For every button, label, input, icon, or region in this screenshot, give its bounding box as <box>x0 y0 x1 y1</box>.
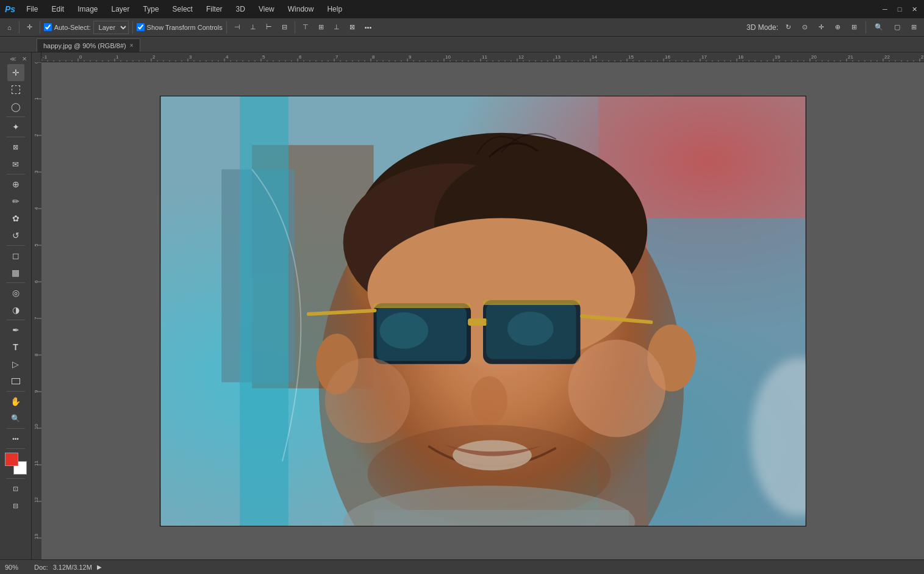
shape-tool[interactable] <box>7 373 24 390</box>
maximize-button[interactable]: □ <box>895 4 904 14</box>
history-brush-tool[interactable]: ↺ <box>7 227 24 244</box>
eraser-tool[interactable]: ◻ <box>7 247 24 264</box>
menu-filter[interactable]: Filter <box>204 4 225 15</box>
layer-select[interactable]: Layer <box>93 21 129 34</box>
distribute-v-button[interactable]: ⊠ <box>346 20 359 35</box>
3d-rotate-button[interactable]: ↻ <box>782 20 795 35</box>
eraser-icon: ◻ <box>12 251 20 260</box>
3d-slide-button[interactable]: ⊕ <box>831 20 844 35</box>
toolbar-separator-3 <box>132 21 133 34</box>
ruler-left-canvas <box>32 62 41 559</box>
menu-layer[interactable]: Layer <box>109 4 132 15</box>
more-options-button[interactable]: ••• <box>361 20 376 35</box>
menu-file[interactable]: File <box>24 4 40 15</box>
align-left-button[interactable]: ⊣ <box>231 20 244 35</box>
dodge-tool[interactable]: ◑ <box>7 301 24 318</box>
align-right-button[interactable]: ⊢ <box>262 20 276 35</box>
toolbar-separator-1 <box>19 21 20 34</box>
panel-options-button[interactable]: ✕ <box>20 55 29 63</box>
color-swatches[interactable] <box>5 453 27 475</box>
auto-select-checkbox[interactable]: Auto-Select: <box>44 23 91 31</box>
magic-wand-icon: ✦ <box>12 122 20 132</box>
menu-window[interactable]: Window <box>285 4 317 15</box>
view-extras-button[interactable]: ▢ <box>890 20 904 35</box>
menu-type[interactable]: Type <box>141 4 162 15</box>
align-top-button[interactable]: ⊤ <box>299 20 312 35</box>
menu-view[interactable]: View <box>256 4 277 15</box>
menu-select[interactable]: Select <box>170 4 195 15</box>
hand-tool[interactable]: ✋ <box>7 393 24 410</box>
marquee-tool[interactable] <box>7 81 24 98</box>
canvas-container[interactable] <box>41 62 924 559</box>
move-icon: ✛ <box>27 23 32 31</box>
blur-tool[interactable]: ◎ <box>7 284 24 301</box>
3d-scale-button[interactable]: ⊞ <box>848 20 861 35</box>
crop-tool[interactable]: ⊠ <box>7 138 24 156</box>
gradient-tool[interactable]: ▦ <box>7 264 24 281</box>
show-transform-checkbox[interactable]: Show Transform Controls <box>137 23 223 31</box>
status-doc-size: 3.12M/3.12M <box>53 564 92 571</box>
path-select-tool[interactable]: ▷ <box>7 356 24 373</box>
show-transform-label: Show Transform Controls <box>147 24 223 31</box>
menu-image[interactable]: Image <box>75 4 100 15</box>
eyedropper-tool[interactable]: ✉ <box>7 156 24 173</box>
move-tool[interactable]: ✛ <box>7 64 24 81</box>
pen-tool[interactable]: ✒ <box>7 321 24 339</box>
document-tab[interactable]: happy.jpg @ 90% (RGB/8#) × <box>37 38 140 52</box>
foreground-color-swatch[interactable] <box>5 453 18 466</box>
status-arrow[interactable]: ▶ <box>97 564 102 570</box>
tool-separator-3 <box>7 174 25 174</box>
zoom-tool[interactable]: 🔍 <box>7 410 24 427</box>
clone-stamp-icon: ✿ <box>12 213 20 223</box>
tool-separator-10 <box>7 478 25 479</box>
move-tool-button[interactable]: ✛ <box>23 20 36 35</box>
svg-point-33 <box>568 339 665 437</box>
menu-3d[interactable]: 3D <box>234 4 248 15</box>
3d-roll-button[interactable]: ⊙ <box>798 20 811 35</box>
view-icon: ▢ <box>894 23 900 31</box>
magic-wand-tool[interactable]: ✦ <box>7 118 24 135</box>
panel-collapse-button[interactable]: ≪ <box>8 55 18 63</box>
marquee-icon <box>12 85 20 94</box>
align-center-v-button[interactable]: ⊞ <box>315 20 328 35</box>
hand-icon: ✋ <box>10 396 21 406</box>
3d-pan-button[interactable]: ✛ <box>815 20 828 35</box>
search-button[interactable]: 🔍 <box>871 20 887 35</box>
healing-brush-tool[interactable]: ⊕ <box>7 176 24 193</box>
menu-edit[interactable]: Edit <box>49 4 66 15</box>
svg-rect-26 <box>373 303 471 308</box>
status-bar: 90% Doc: 3.12M/3.12M ▶ <box>0 559 924 574</box>
brush-tool[interactable]: ✏ <box>7 193 24 210</box>
close-window-button[interactable]: ✕ <box>909 4 919 14</box>
quick-mask-icon: ⊡ <box>13 485 18 493</box>
home-button[interactable]: ⌂ <box>4 20 15 35</box>
arrange-icon: ⊞ <box>911 23 917 31</box>
zoom-icon: 🔍 <box>11 414 20 423</box>
show-transform-input[interactable] <box>137 23 145 31</box>
minimize-button[interactable]: ─ <box>880 4 890 14</box>
more-tools-icon: ••• <box>12 436 19 442</box>
dodge-icon: ◑ <box>12 305 20 315</box>
type-tool[interactable]: T <box>7 339 24 356</box>
history-brush-icon: ↺ <box>12 231 20 240</box>
align-center-h-button[interactable]: ⊥ <box>246 20 260 35</box>
clone-stamp-tool[interactable]: ✿ <box>7 210 24 227</box>
align-bottom-button[interactable]: ⊥ <box>330 20 343 35</box>
lasso-tool[interactable]: ◯ <box>7 98 24 115</box>
auto-select-input[interactable] <box>44 23 52 31</box>
arrange-button[interactable]: ⊞ <box>908 20 920 35</box>
screen-mode-button[interactable]: ⊟ <box>7 497 24 514</box>
svg-point-30 <box>471 376 507 425</box>
status-doc-label: Doc: <box>34 564 48 571</box>
canvas-area: // Inline SVG ruler via JS below <box>32 52 924 559</box>
toolbar-separator-2 <box>40 21 40 34</box>
tool-separator-8 <box>7 428 25 429</box>
quick-mask-button[interactable]: ⊡ <box>7 480 24 497</box>
distribute-h-button[interactable]: ⊟ <box>278 20 291 35</box>
toolbar-separator-5 <box>295 21 295 34</box>
document-tab-close[interactable]: × <box>130 42 134 49</box>
more-tools[interactable]: ••• <box>7 430 24 447</box>
document-tabs: happy.jpg @ 90% (RGB/8#) × <box>0 37 924 52</box>
ruler-top-canvas <box>41 52 924 62</box>
menu-help[interactable]: Help <box>324 4 345 15</box>
